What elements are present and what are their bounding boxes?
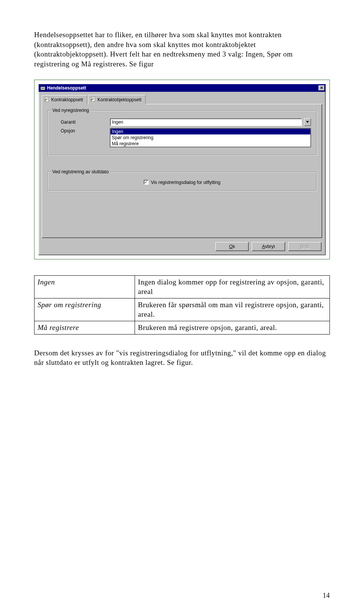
opsjon-label: Opsjon <box>53 128 110 134</box>
titlebar: Hendelsesoppsett ✕ <box>39 84 325 92</box>
desc-cell: Brukeren får spørsmål om man vil registr… <box>135 298 329 321</box>
group-sluttdato: Ved registrering av sluttdato ✓ Vis regi… <box>47 172 317 191</box>
dropdown-option[interactable]: Spør om registrering <box>110 135 311 141</box>
checkbox-label: Vis registreringsdialog for utflytting <box>151 180 220 185</box>
group-nyregistrering: Ved nyregistrering Garanti Ingen <box>47 110 317 155</box>
check-icon: ✓ <box>144 181 147 184</box>
desc-cell: Brukeren må registrere opsjon, garanti, … <box>135 321 329 335</box>
garanti-value: Ingen <box>112 119 123 125</box>
tab-pane: Ved nyregistrering Garanti Ingen <box>42 104 322 238</box>
checkbox-utflytting[interactable]: ✓ <box>144 180 149 185</box>
tab-kontraktobjektoppsett[interactable]: Kontraktobjektoppsett <box>88 95 146 104</box>
dialog-body: Kontraktoppsett Kontraktobjektoppsett Ve… <box>39 92 325 255</box>
tab-kontraktoppsett[interactable]: Kontraktoppsett <box>42 95 87 105</box>
button-row: Ok Avbryt Bruk <box>42 238 322 251</box>
tab-label: Kontraktoppsett <box>51 97 83 102</box>
page: Hendelsesoppsettet har to fliker, en til… <box>0 0 364 611</box>
figure-frame: Hendelsesoppsett ✕ Kontraktoppsett <box>34 80 330 259</box>
garanti-combo-button[interactable] <box>304 118 311 126</box>
table-row: Ingen Ingen dialog kommer opp for regist… <box>35 275 330 298</box>
document-icon <box>44 97 50 103</box>
svg-rect-1 <box>41 86 45 87</box>
dropdown-option[interactable]: Må registrere <box>110 141 311 147</box>
term-cell: Ingen <box>35 275 135 298</box>
garanti-combo[interactable]: Ingen <box>110 118 302 126</box>
field-garanti: Garanti Ingen <box>53 118 311 126</box>
window-title: Hendelsesoppsett <box>47 85 86 91</box>
checkbox-row: ✓ Vis registreringsdialog for utflytting <box>53 180 311 185</box>
svg-rect-8 <box>91 97 95 101</box>
close-button[interactable]: ✕ <box>318 85 325 91</box>
cancel-button[interactable]: Avbryt <box>252 242 285 251</box>
dialog-window: Hendelsesoppsett ✕ Kontraktoppsett <box>38 84 326 255</box>
tab-label: Kontraktobjektoppsett <box>97 97 141 102</box>
definitions-table: Ingen Ingen dialog kommer opp for regist… <box>34 275 330 335</box>
field-opsjon: Opsjon Ingen Spør om registrering Må reg… <box>53 128 311 147</box>
group-legend: Ved registrering av sluttdato <box>51 169 110 174</box>
table-row: Spør om registrering Brukeren får spørsm… <box>35 298 330 321</box>
desc-cell: Ingen dialog kommer opp for registrering… <box>135 275 329 298</box>
dropdown-option[interactable]: Ingen <box>110 129 311 135</box>
svg-rect-4 <box>45 97 49 102</box>
window-icon <box>40 85 46 91</box>
apply-button[interactable]: Bruk <box>288 242 322 251</box>
garanti-label: Garanti <box>53 119 110 125</box>
ok-button[interactable]: Ok <box>215 242 249 251</box>
tabs: Kontraktoppsett Kontraktobjektoppsett Ve… <box>42 95 322 238</box>
document-icon <box>91 96 96 103</box>
page-number: 14 <box>323 592 330 600</box>
group-legend: Ved nyregistrering <box>51 108 91 113</box>
outro-paragraph: Dersom det krysses av for "vis registrer… <box>34 348 330 368</box>
term-cell: Må registrere <box>35 321 135 335</box>
intro-paragraph: Hendelsesoppsettet har to fliker, en til… <box>34 30 330 69</box>
opsjon-dropdown-list[interactable]: Ingen Spør om registrering Må registrere <box>110 128 311 147</box>
close-icon: ✕ <box>320 86 323 90</box>
chevron-down-icon <box>306 121 309 123</box>
term-cell: Spør om registrering <box>35 298 135 321</box>
table-row: Må registrere Brukeren må registrere ops… <box>35 321 330 335</box>
